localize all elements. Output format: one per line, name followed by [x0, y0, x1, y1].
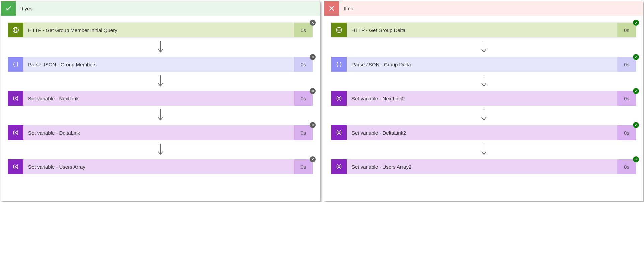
- if-yes-title: If yes: [20, 6, 33, 11]
- if-yes-branch: If yes HTTP - Get Group Member Initial Q…: [1, 1, 320, 201]
- variable-icon: [331, 159, 347, 174]
- action-label: Set variable - Users Array: [23, 159, 294, 174]
- action-duration: 0s: [294, 125, 313, 140]
- condition-branches: If yes HTTP - Get Group Member Initial Q…: [0, 0, 644, 202]
- if-no-body: HTTP - Get Group Delta 0s Parse JSON - G…: [324, 16, 643, 201]
- action-label: Set variable - DeltaLink: [23, 125, 294, 140]
- action-duration: 0s: [294, 57, 313, 72]
- status-ok-icon: [633, 54, 639, 60]
- if-yes-header[interactable]: If yes: [1, 1, 320, 16]
- action-label: HTTP - Get Group Member Initial Query: [23, 23, 294, 37]
- status-error-icon: [310, 156, 316, 162]
- action-set-variable-users-array2[interactable]: Set variable - Users Array2 0s: [331, 159, 636, 174]
- check-icon: [1, 1, 16, 16]
- globe-icon: [8, 23, 23, 37]
- action-duration: 0s: [294, 159, 313, 174]
- action-label: HTTP - Get Group Delta: [347, 23, 617, 37]
- close-icon: [324, 1, 339, 16]
- action-set-variable-deltalink2[interactable]: Set variable - DeltaLink2 0s: [331, 125, 636, 140]
- if-no-title: If no: [344, 6, 353, 11]
- if-yes-body: HTTP - Get Group Member Initial Query 0s…: [1, 16, 320, 201]
- action-duration: 0s: [617, 23, 636, 37]
- status-ok-icon: [633, 156, 639, 162]
- action-set-variable-nextlink[interactable]: Set variable - NextLink 0s: [8, 91, 313, 106]
- action-http-get-group-delta[interactable]: HTTP - Get Group Delta 0s: [331, 22, 636, 38]
- action-duration: 0s: [617, 125, 636, 140]
- status-error-icon: [310, 20, 316, 26]
- action-set-variable-nextlink2[interactable]: Set variable - NextLink2 0s: [331, 91, 636, 106]
- status-ok-icon: [633, 122, 639, 128]
- action-label: Set variable - Users Array2: [347, 159, 617, 174]
- status-error-icon: [310, 88, 316, 94]
- globe-icon: [331, 23, 347, 37]
- arrow-down-icon: [157, 38, 164, 57]
- action-label: Parse JSON - Group Members: [23, 57, 294, 72]
- action-label: Parse JSON - Group Delta: [347, 57, 617, 72]
- action-set-variable-deltalink[interactable]: Set variable - DeltaLink 0s: [8, 125, 313, 140]
- action-label: Set variable - NextLink2: [347, 91, 617, 106]
- action-duration: 0s: [617, 57, 636, 72]
- if-no-header[interactable]: If no: [324, 1, 643, 16]
- arrow-down-icon: [157, 140, 164, 159]
- action-set-variable-users-array[interactable]: Set variable - Users Array 0s: [8, 159, 313, 174]
- arrow-down-icon: [480, 38, 487, 57]
- variable-icon: [331, 125, 347, 140]
- arrow-down-icon: [480, 106, 487, 125]
- action-http-get-group-member-initial-query[interactable]: HTTP - Get Group Member Initial Query 0s: [8, 22, 313, 38]
- action-label: Set variable - NextLink: [23, 91, 294, 106]
- variable-icon: [8, 125, 23, 140]
- arrow-down-icon: [157, 106, 164, 125]
- action-duration: 0s: [617, 159, 636, 174]
- variable-icon: [8, 159, 23, 174]
- status-error-icon: [310, 122, 316, 128]
- variable-icon: [8, 91, 23, 106]
- action-parse-json-group-delta[interactable]: Parse JSON - Group Delta 0s: [331, 57, 636, 72]
- if-no-branch: If no HTTP - Get Group Delta 0s Parse JS…: [324, 1, 643, 201]
- arrow-down-icon: [480, 72, 487, 91]
- parse-json-icon: [8, 57, 23, 72]
- arrow-down-icon: [157, 72, 164, 91]
- action-duration: 0s: [617, 91, 636, 106]
- status-ok-icon: [633, 20, 639, 26]
- status-ok-icon: [633, 88, 639, 94]
- action-parse-json-group-members[interactable]: Parse JSON - Group Members 0s: [8, 57, 313, 72]
- action-duration: 0s: [294, 23, 313, 37]
- action-label: Set variable - DeltaLink2: [347, 125, 617, 140]
- variable-icon: [331, 91, 347, 106]
- parse-json-icon: [331, 57, 347, 72]
- action-duration: 0s: [294, 91, 313, 106]
- status-error-icon: [310, 54, 316, 60]
- arrow-down-icon: [480, 140, 487, 159]
